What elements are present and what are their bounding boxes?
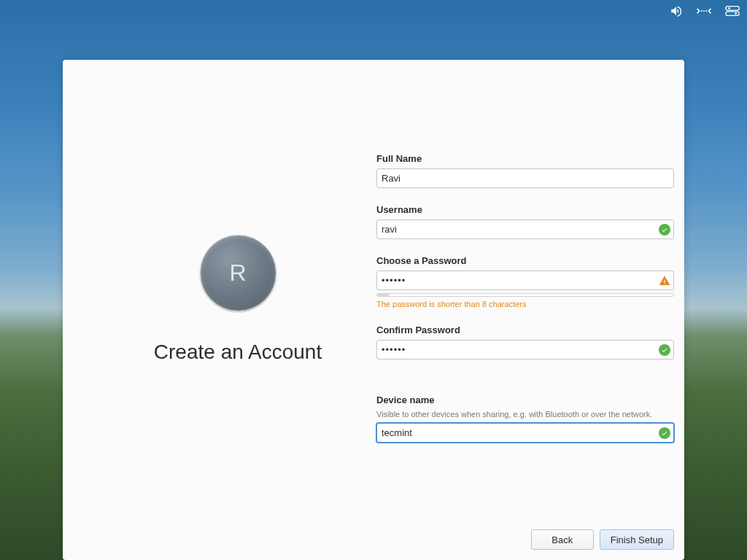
check-icon — [659, 427, 670, 439]
page-title: Create an Account — [107, 341, 369, 364]
svg-rect-3 — [726, 7, 739, 11]
avatar[interactable]: R — [200, 235, 276, 311]
password-input[interactable] — [376, 271, 674, 290]
warning-icon — [659, 275, 670, 287]
check-icon — [659, 344, 670, 356]
svg-rect-4 — [726, 12, 739, 16]
svg-point-0 — [701, 10, 703, 12]
finish-setup-button[interactable]: Finish Setup — [600, 529, 674, 550]
network-wired-icon[interactable] — [696, 4, 712, 20]
button-bar: Back Finish Setup — [531, 529, 674, 550]
field-username: Username — [376, 204, 674, 239]
power-icon[interactable] — [725, 4, 741, 20]
svg-point-2 — [705, 10, 707, 12]
password-error: The password is shorter than 8 character… — [376, 300, 674, 308]
svg-point-1 — [703, 10, 705, 12]
account-form: Full Name Username Choose a Password — [376, 153, 674, 459]
device-name-label: Device name — [376, 394, 674, 405]
field-confirm-password: Confirm Password — [376, 324, 674, 359]
confirm-password-input[interactable] — [376, 340, 674, 359]
full-name-label: Full Name — [376, 153, 674, 164]
system-tray — [670, 4, 741, 20]
setup-card: R Create an Account Full Name Username C… — [63, 60, 684, 560]
username-input[interactable] — [376, 219, 674, 239]
field-full-name: Full Name — [376, 153, 674, 188]
sound-icon[interactable] — [670, 4, 683, 20]
avatar-initial: R — [229, 260, 246, 287]
password-strength-bar — [376, 293, 674, 297]
password-label: Choose a Password — [376, 255, 674, 266]
username-label: Username — [376, 204, 674, 215]
full-name-input[interactable] — [376, 168, 674, 188]
check-icon — [659, 224, 670, 236]
field-device-name: Device name Visible to other devices whe… — [376, 394, 674, 443]
svg-point-6 — [735, 12, 737, 15]
left-column: R Create an Account — [107, 235, 369, 364]
device-name-input[interactable] — [376, 423, 674, 443]
svg-point-5 — [728, 7, 730, 9]
confirm-password-label: Confirm Password — [376, 324, 674, 335]
field-password: Choose a Password The password is shorte… — [376, 255, 674, 308]
device-name-hint: Visible to other devices when sharing, e… — [376, 410, 674, 419]
back-button[interactable]: Back — [531, 529, 594, 550]
